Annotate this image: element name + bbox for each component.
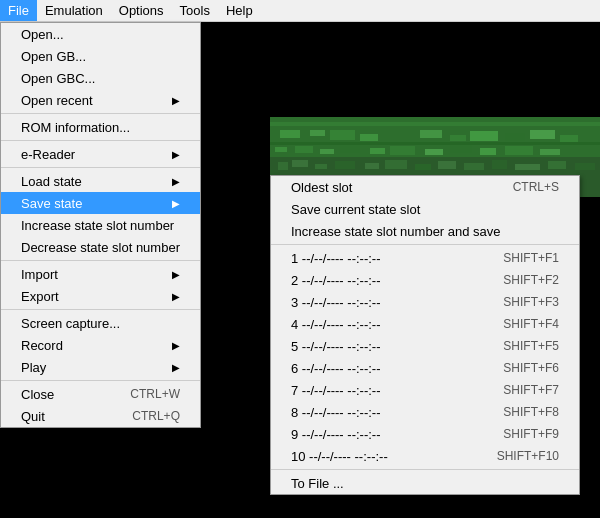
svg-rect-16 bbox=[295, 146, 313, 153]
separator-6 bbox=[1, 380, 200, 381]
svg-rect-8 bbox=[420, 130, 442, 138]
menubar: File Emulation Options Tools Help bbox=[0, 0, 600, 22]
menubar-help[interactable]: Help bbox=[218, 0, 261, 21]
svg-rect-14 bbox=[270, 142, 600, 145]
svg-rect-7 bbox=[385, 132, 415, 141]
svg-rect-34 bbox=[415, 164, 431, 170]
separator-4 bbox=[1, 260, 200, 261]
svg-rect-3 bbox=[280, 130, 300, 138]
open-recent-arrow: ▶ bbox=[172, 95, 180, 106]
file-menu-dropdown: Open... Open GB... Open GBC... Open rece… bbox=[0, 22, 201, 428]
menu-item-load-state[interactable]: Load state ▶ bbox=[1, 170, 200, 192]
separator-3 bbox=[1, 167, 200, 168]
svg-rect-26 bbox=[570, 147, 585, 155]
submenu-slot-9[interactable]: 9 --/--/---- --:--:-- SHIFT+F9 bbox=[271, 423, 579, 445]
game-screen bbox=[270, 22, 600, 197]
submenu-slot-3[interactable]: 3 --/--/---- --:--:-- SHIFT+F3 bbox=[271, 291, 579, 313]
game-screen-content bbox=[270, 22, 600, 197]
svg-rect-5 bbox=[330, 130, 355, 140]
svg-rect-15 bbox=[275, 147, 287, 152]
game-screen-svg bbox=[270, 22, 600, 197]
submenu-separator-2 bbox=[271, 469, 579, 470]
svg-rect-21 bbox=[425, 149, 443, 155]
svg-rect-20 bbox=[390, 146, 415, 155]
save-state-submenu: Oldest slot CTRL+S Save current state sl… bbox=[270, 175, 580, 495]
svg-rect-40 bbox=[575, 163, 595, 170]
e-reader-arrow: ▶ bbox=[172, 149, 180, 160]
svg-rect-17 bbox=[320, 149, 334, 154]
svg-rect-6 bbox=[360, 134, 378, 141]
submenu-increase-and-save[interactable]: Increase state slot number and save bbox=[271, 220, 579, 242]
submenu-to-file[interactable]: To File ... bbox=[271, 472, 579, 494]
menu-item-import[interactable]: Import ▶ bbox=[1, 263, 200, 285]
menu-item-decrease-slot[interactable]: Decrease state slot number bbox=[1, 236, 200, 258]
svg-rect-9 bbox=[450, 135, 466, 141]
svg-rect-12 bbox=[530, 130, 555, 139]
svg-rect-39 bbox=[548, 161, 566, 169]
import-arrow: ▶ bbox=[172, 269, 180, 280]
svg-rect-13 bbox=[560, 135, 578, 142]
svg-rect-28 bbox=[278, 162, 288, 170]
svg-rect-31 bbox=[335, 161, 355, 169]
menu-item-open-gb[interactable]: Open GB... bbox=[1, 45, 200, 67]
submenu-slot-2[interactable]: 2 --/--/---- --:--:-- SHIFT+F2 bbox=[271, 269, 579, 291]
submenu-separator-1 bbox=[271, 244, 579, 245]
menu-item-export[interactable]: Export ▶ bbox=[1, 285, 200, 307]
svg-rect-37 bbox=[492, 160, 507, 169]
separator-1 bbox=[1, 113, 200, 114]
menu-item-rom-info[interactable]: ROM information... bbox=[1, 116, 200, 138]
menu-item-quit[interactable]: Quit CTRL+Q bbox=[1, 405, 200, 427]
svg-rect-24 bbox=[505, 146, 533, 155]
submenu-slot-7[interactable]: 7 --/--/---- --:--:-- SHIFT+F7 bbox=[271, 379, 579, 401]
play-arrow: ▶ bbox=[172, 362, 180, 373]
svg-rect-32 bbox=[365, 163, 379, 169]
svg-rect-4 bbox=[310, 130, 325, 136]
submenu-slot-8[interactable]: 8 --/--/---- --:--:-- SHIFT+F8 bbox=[271, 401, 579, 423]
menu-item-open-gbc[interactable]: Open GBC... bbox=[1, 67, 200, 89]
submenu-slot-10[interactable]: 10 --/--/---- --:--:-- SHIFT+F10 bbox=[271, 445, 579, 467]
menubar-tools[interactable]: Tools bbox=[172, 0, 218, 21]
menu-item-e-reader[interactable]: e-Reader ▶ bbox=[1, 143, 200, 165]
menu-item-increase-slot[interactable]: Increase state slot number bbox=[1, 214, 200, 236]
menubar-emulation[interactable]: Emulation bbox=[37, 0, 111, 21]
load-state-arrow: ▶ bbox=[172, 176, 180, 187]
svg-rect-18 bbox=[340, 145, 360, 153]
menu-item-close[interactable]: Close CTRL+W bbox=[1, 383, 200, 405]
submenu-slot-4[interactable]: 4 --/--/---- --:--:-- SHIFT+F4 bbox=[271, 313, 579, 335]
menu-item-screen-capture[interactable]: Screen capture... bbox=[1, 312, 200, 334]
svg-rect-11 bbox=[505, 133, 525, 141]
menu-item-save-state[interactable]: Save state ▶ bbox=[1, 192, 200, 214]
svg-rect-23 bbox=[480, 148, 496, 155]
svg-rect-0 bbox=[270, 22, 600, 117]
svg-rect-2 bbox=[270, 122, 600, 126]
svg-rect-30 bbox=[315, 164, 327, 169]
menu-item-play[interactable]: Play ▶ bbox=[1, 356, 200, 378]
svg-rect-29 bbox=[292, 160, 308, 167]
svg-rect-25 bbox=[540, 149, 560, 155]
svg-rect-10 bbox=[470, 131, 498, 141]
save-state-arrow: ▶ bbox=[172, 198, 180, 209]
separator-2 bbox=[1, 140, 200, 141]
svg-rect-36 bbox=[464, 163, 484, 170]
submenu-slot-1[interactable]: 1 --/--/---- --:--:-- SHIFT+F1 bbox=[271, 247, 579, 269]
submenu-slot-6[interactable]: 6 --/--/---- --:--:-- SHIFT+F6 bbox=[271, 357, 579, 379]
record-arrow: ▶ bbox=[172, 340, 180, 351]
menu-item-record[interactable]: Record ▶ bbox=[1, 334, 200, 356]
menubar-file[interactable]: File bbox=[0, 0, 37, 21]
menubar-options[interactable]: Options bbox=[111, 0, 172, 21]
svg-rect-22 bbox=[450, 145, 472, 153]
bottom-left-area bbox=[0, 458, 270, 518]
submenu-slot-5[interactable]: 5 --/--/---- --:--:-- SHIFT+F5 bbox=[271, 335, 579, 357]
svg-rect-38 bbox=[515, 164, 540, 170]
svg-rect-19 bbox=[370, 148, 385, 154]
svg-rect-35 bbox=[438, 161, 456, 169]
export-arrow: ▶ bbox=[172, 291, 180, 302]
menu-item-open[interactable]: Open... bbox=[1, 23, 200, 45]
svg-rect-33 bbox=[385, 160, 407, 169]
menu-item-open-recent[interactable]: Open recent ▶ bbox=[1, 89, 200, 111]
separator-5 bbox=[1, 309, 200, 310]
submenu-save-current[interactable]: Save current state slot bbox=[271, 198, 579, 220]
submenu-oldest-slot[interactable]: Oldest slot CTRL+S bbox=[271, 176, 579, 198]
